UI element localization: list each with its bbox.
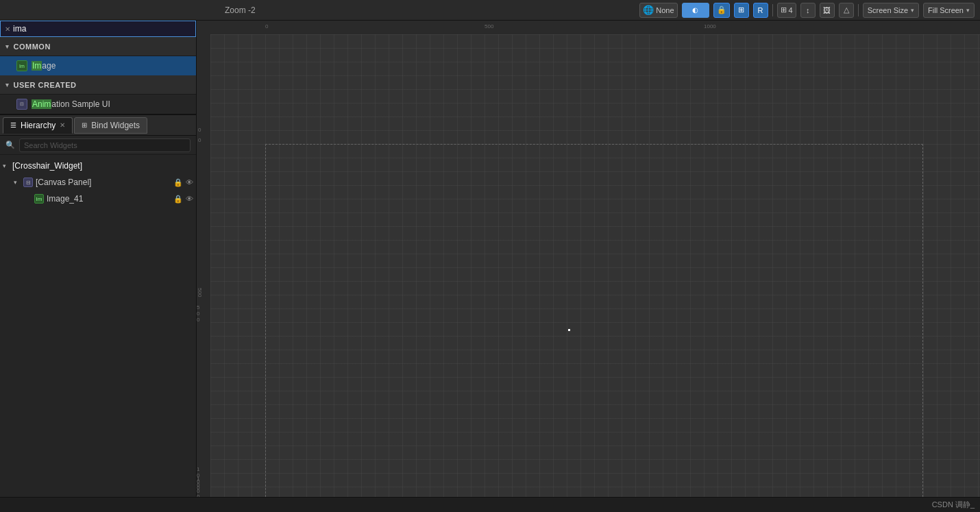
canvas-viewport[interactable] [210,34,980,497]
separator-1 [772,4,773,16]
lock-icon: 🔒 [717,5,726,14]
anim-highlight: Anim [32,99,51,109]
fill-screen-label: Fill Screen [928,6,964,14]
status-text: CSDN 调静_ [932,500,975,510]
common-label: COMMON [14,42,51,51]
canvas-eye-icon[interactable]: 👁 [186,178,193,187]
ruler-left-0: 0 [198,127,201,133]
canvas-panel-actions: 🔒 👁 [173,178,193,187]
none-label: None [656,6,674,14]
canvas-area[interactable]: 0 500 1000 0 500 1000 0 500 1000 [197,21,980,497]
ruler-top-500: 500 [485,23,493,29]
separator-2 [858,4,859,16]
image41-icon: Im [34,194,44,204]
root-item-label: [Crosshair_Widget] [12,161,82,171]
canvas-arrow-icon: ▾ [14,179,21,186]
adjust-btn[interactable]: △ [839,3,854,18]
fill-screen-select[interactable]: Fill Screen [923,3,975,18]
search-bar: ✕ [0,21,196,37]
r-button[interactable]: R [753,3,768,18]
menu-icon: ☰ [10,121,16,129]
bind-widgets-icon: ⊞ [82,121,87,129]
move-button[interactable]: ↕ [800,3,816,18]
ruler-left-500: 500 [197,288,203,297]
clear-search-icon[interactable]: ✕ [5,25,10,33]
image-rest: age [42,61,56,71]
image41-actions: 🔒 👁 [173,195,193,204]
close-hierarchy-tab[interactable]: ✕ [60,121,65,129]
tree-item-canvas-panel[interactable]: ▾ ⊟ [Canvas Panel] 🔒 👁 [0,174,196,191]
main-layout: ✕ ▾ COMMON Im Image ▾ USER CREATED ⊟ Ani… [0,21,980,497]
hierarchy-tab-label: Hierarchy [21,121,56,130]
adjust-icon: △ [844,5,849,14]
toggle-button-1[interactable]: ◐ [682,3,709,18]
ruler-0-overlay: 0 [198,137,201,143]
grid-icon: ⊞ [738,5,744,14]
tab-bar: ☰ Hierarchy ✕ ⊞ Bind Widgets [0,115,196,136]
tab-hierarchy[interactable]: ☰ Hierarchy ✕ [3,117,73,134]
toggle-icon-1: ◐ [692,6,698,14]
lock-button[interactable]: 🔒 [713,3,730,18]
image-widget-name: Image [32,61,56,71]
canvas-panel-icon: ⊟ [23,178,33,187]
tree-item-image-41[interactable]: ▶ Im Image_41 🔒 👁 [0,191,196,207]
image-widget-icon: Im [16,60,27,71]
search-input[interactable] [13,24,191,34]
move-icon: ↕ [806,6,810,14]
canvas-lock-icon[interactable]: 🔒 [173,178,183,187]
bottom-panels: ☰ Hierarchy ✕ ⊞ Bind Widgets 🔍 ▾ [0,114,196,497]
user-created-section-header[interactable]: ▾ USER CREATED [0,75,196,95]
image41-label: Image_41 [47,194,83,204]
tree-item-root[interactable]: ▾ [Crosshair_Widget] [0,158,196,174]
top-bar: Zoom -2 🌐 None ◐ 🔒 ⊞ R ⊞ 4 ↕ 🖼 △ Screen … [0,0,980,21]
root-arrow-icon: ▾ [3,162,10,169]
screen-size-select[interactable]: Screen Size [863,3,919,18]
globe-icon: 🌐 [643,5,654,15]
image41-eye-icon[interactable]: 👁 [186,195,193,204]
grid-button[interactable]: ⊞ [734,3,749,18]
screen-size-label: Screen Size [868,6,908,14]
widget-item-animation-sample[interactable]: ⊟ Animation Sample UI [0,95,196,114]
ruler-top: 0 500 1000 [210,21,980,34]
canvas-panel-label: [Canvas Panel] [36,178,91,187]
zoom-label: Zoom -2 [5,5,256,15]
grid-4-button[interactable]: ⊞ 4 [777,3,796,18]
image41-lock-icon[interactable]: 🔒 [173,195,183,204]
ruler-left: 0 500 1000 [197,21,210,497]
left-panel: ✕ ▾ COMMON Im Image ▾ USER CREATED ⊟ Ani… [0,21,197,497]
ruler-top-1000: 1000 [704,23,716,29]
common-arrow-icon: ▾ [5,43,10,50]
tab-bind-widgets[interactable]: ⊞ Bind Widgets [74,117,147,134]
user-created-label: USER CREATED [14,81,77,89]
canvas-content [265,144,923,497]
number-label: 4 [789,6,793,14]
status-bar: CSDN 调静_ [0,497,980,512]
image-btn[interactable]: 🖼 [820,3,835,18]
user-created-arrow-icon: ▾ [5,82,10,88]
anim-rest: ation Sample UI [51,99,110,109]
common-section-header[interactable]: ▾ COMMON [0,37,196,56]
ruler-top-0: 0 [265,23,268,29]
image-icon: 🖼 [823,6,831,14]
grid-4-icon: ⊞ [781,5,787,14]
search-widgets-input[interactable] [19,138,191,152]
animation-sample-name: Animation Sample UI [32,99,110,109]
widget-item-image[interactable]: Im Image [0,56,196,75]
image-highlight: Im [32,61,42,71]
ruler-1000-overlay: 1000 [197,476,199,497]
hierarchy-tree: ▾ [Crosshair_Widget] ▾ ⊟ [Canvas Panel] … [0,155,196,497]
search-widgets-bar: 🔍 [0,136,196,155]
ruler-500-overlay: 500 [197,305,199,323]
canvas-dot [568,329,570,331]
r-label: R [758,6,763,14]
animation-sample-icon: ⊟ [16,99,27,110]
bind-widgets-tab-label: Bind Widgets [91,121,140,130]
globe-button[interactable]: 🌐 None [639,3,677,18]
search-widgets-icon: 🔍 [5,141,15,149]
